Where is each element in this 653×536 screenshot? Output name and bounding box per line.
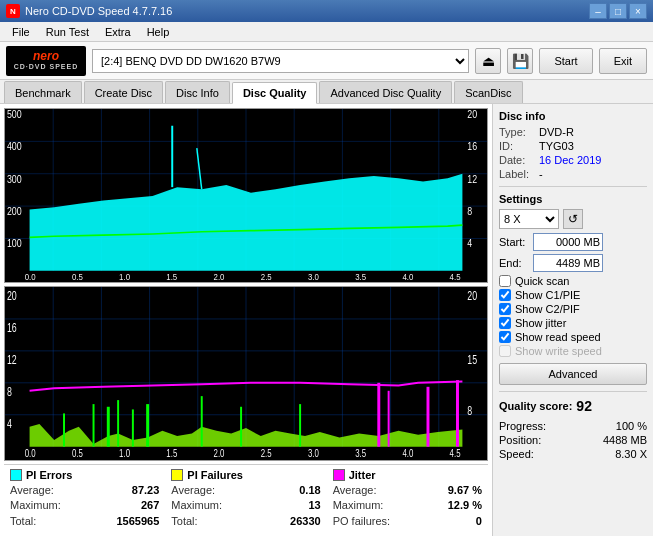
svg-text:0.5: 0.5 (72, 448, 83, 459)
svg-text:3.5: 3.5 (355, 448, 366, 459)
quick-scan-label: Quick scan (515, 275, 569, 287)
toolbar: nero CD·DVD SPEED [2:4] BENQ DVD DD DW16… (0, 42, 653, 80)
speed-label: Speed: (499, 448, 534, 460)
right-panel: Disc info Type: DVD-R ID: TYG03 Date: 16… (493, 104, 653, 536)
svg-text:0.0: 0.0 (25, 448, 36, 459)
svg-text:2.5: 2.5 (261, 271, 272, 282)
svg-text:8: 8 (467, 403, 472, 417)
svg-text:20: 20 (467, 289, 477, 303)
exit-button[interactable]: Exit (599, 48, 647, 74)
svg-text:400: 400 (7, 141, 22, 153)
show-c1pie-checkbox[interactable] (499, 289, 511, 301)
disc-info-title: Disc info (499, 110, 647, 122)
svg-text:4: 4 (467, 238, 472, 250)
svg-text:3.0: 3.0 (308, 271, 319, 282)
refresh-icon-btn[interactable]: ↺ (563, 209, 583, 229)
separator-1 (499, 186, 647, 187)
pi-errors-label: PI Errors (26, 469, 72, 481)
quality-score-label: Quality score: (499, 400, 572, 412)
tab-create-disc[interactable]: Create Disc (84, 81, 163, 103)
pi-failures-color (171, 469, 183, 481)
tabs: Benchmark Create Disc Disc Info Disc Qua… (0, 80, 653, 104)
advanced-button[interactable]: Advanced (499, 363, 647, 385)
svg-text:15: 15 (467, 353, 477, 367)
save-icon-btn[interactable]: 💾 (507, 48, 533, 74)
jitter-color (333, 469, 345, 481)
svg-text:1.5: 1.5 (166, 448, 177, 459)
svg-text:200: 200 (7, 205, 22, 217)
tab-disc-info[interactable]: Disc Info (165, 81, 230, 103)
svg-text:8: 8 (7, 385, 12, 399)
svg-text:16: 16 (467, 141, 477, 153)
jitter-label: Jitter (349, 469, 376, 481)
legend-pi-failures: PI Failures Average: 0.18 Maximum: 13 To… (165, 469, 326, 532)
svg-text:1.0: 1.0 (119, 271, 130, 282)
end-input[interactable] (533, 254, 603, 272)
main-content: 500 400 300 200 100 20 16 12 8 4 (0, 104, 653, 536)
svg-text:100: 100 (7, 238, 22, 250)
progress-value: 100 % (616, 420, 647, 432)
disc-label-value: - (539, 168, 543, 180)
show-c2pif-checkbox[interactable] (499, 303, 511, 315)
upper-chart-svg: 500 400 300 200 100 20 16 12 8 4 (5, 109, 487, 282)
quality-score-value: 92 (576, 398, 592, 414)
tab-disc-quality[interactable]: Disc Quality (232, 82, 318, 104)
svg-text:20: 20 (7, 289, 17, 303)
menu-run-test[interactable]: Run Test (38, 24, 97, 40)
title-bar: N Nero CD-DVD Speed 4.7.7.16 – □ × (0, 0, 653, 22)
lower-chart-container: 20 16 12 8 4 20 15 8 (4, 286, 488, 461)
show-jitter-checkbox[interactable] (499, 317, 511, 329)
pi-errors-color (10, 469, 22, 481)
menu-bar: File Run Test Extra Help (0, 22, 653, 42)
svg-text:2.5: 2.5 (261, 448, 272, 459)
nero-logo: nero CD·DVD SPEED (6, 46, 86, 76)
svg-text:1.0: 1.0 (119, 448, 130, 459)
svg-text:300: 300 (7, 173, 22, 185)
minimize-button[interactable]: – (589, 3, 607, 19)
svg-text:20: 20 (467, 109, 477, 120)
svg-text:3.0: 3.0 (308, 448, 319, 459)
tab-scandisc[interactable]: ScanDisc (454, 81, 522, 103)
tab-advanced-disc-quality[interactable]: Advanced Disc Quality (319, 81, 452, 103)
eject-icon-btn[interactable]: ⏏ (475, 48, 501, 74)
svg-text:4.0: 4.0 (402, 448, 413, 459)
speed-select[interactable]: 8 X (499, 209, 559, 229)
tab-benchmark[interactable]: Benchmark (4, 81, 82, 103)
show-jitter-label: Show jitter (515, 317, 566, 329)
progress-section: Progress: 100 % Position: 4488 MB Speed:… (499, 420, 647, 460)
disc-label-label: Label: (499, 168, 539, 180)
start-button[interactable]: Start (539, 48, 592, 74)
position-value: 4488 MB (603, 434, 647, 446)
close-button[interactable]: × (629, 3, 647, 19)
separator-2 (499, 391, 647, 392)
legend-area: PI Errors Average: 87.23 Maximum: 267 To… (4, 464, 488, 532)
title-bar-left: N Nero CD-DVD Speed 4.7.7.16 (6, 4, 172, 18)
speed-value: 8.30 X (615, 448, 647, 460)
upper-chart-container: 500 400 300 200 100 20 16 12 8 4 (4, 108, 488, 283)
quick-scan-checkbox[interactable] (499, 275, 511, 287)
svg-text:16: 16 (7, 321, 17, 335)
svg-text:2.0: 2.0 (214, 448, 225, 459)
app-icon: N (6, 4, 20, 18)
svg-text:4.5: 4.5 (450, 448, 461, 459)
menu-file[interactable]: File (4, 24, 38, 40)
menu-help[interactable]: Help (139, 24, 178, 40)
drive-select[interactable]: [2:4] BENQ DVD DD DW1620 B7W9 (92, 49, 469, 73)
pi-failures-label: PI Failures (187, 469, 243, 481)
show-read-speed-label: Show read speed (515, 331, 601, 343)
svg-text:0.5: 0.5 (72, 271, 83, 282)
date-label: Date: (499, 154, 539, 166)
svg-text:0.0: 0.0 (25, 271, 36, 282)
legend-pi-errors: PI Errors Average: 87.23 Maximum: 267 To… (4, 469, 165, 532)
menu-extra[interactable]: Extra (97, 24, 139, 40)
svg-text:2.0: 2.0 (214, 271, 225, 282)
start-input[interactable] (533, 233, 603, 251)
maximize-button[interactable]: □ (609, 3, 627, 19)
id-label: ID: (499, 140, 539, 152)
show-c2pif-label: Show C2/PIF (515, 303, 580, 315)
show-read-speed-checkbox[interactable] (499, 331, 511, 343)
svg-text:4: 4 (7, 417, 12, 431)
end-label: End: (499, 257, 529, 269)
svg-text:500: 500 (7, 109, 22, 120)
type-value: DVD-R (539, 126, 574, 138)
